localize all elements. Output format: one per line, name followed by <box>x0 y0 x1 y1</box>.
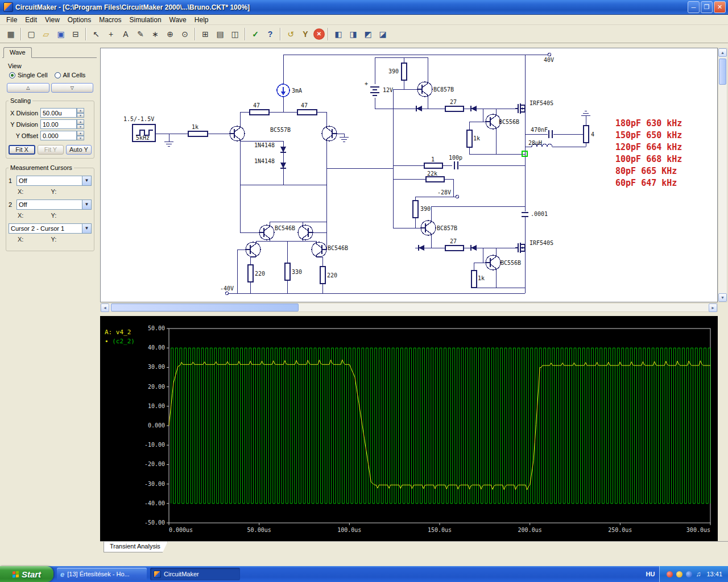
fit-x-button[interactable]: Fit X <box>9 145 35 155</box>
stop-simulation[interactable]: ✕ <box>313 28 325 40</box>
transistor-bc546b-4[interactable] <box>312 242 326 257</box>
wire-tool[interactable]: + <box>104 27 118 40</box>
transistor-bc546b-3[interactable] <box>246 242 260 257</box>
terminal-40v[interactable] <box>548 53 551 56</box>
taskbar-task-circuitmaker[interactable]: CircuitMaker <box>150 568 240 580</box>
menu-options[interactable]: Options <box>64 15 95 24</box>
cell-down-button[interactable]: ▽ <box>51 83 94 93</box>
scope-window-4[interactable]: ◪ <box>376 27 390 40</box>
transistor-bc557b-left[interactable] <box>230 126 245 141</box>
scope-window-3[interactable]: ◩ <box>361 27 375 40</box>
run-simulation[interactable]: ✓ <box>249 27 262 40</box>
cursor1-select[interactable]: Off ▼ <box>16 176 92 186</box>
transistor-bc557b-right[interactable] <box>322 126 337 141</box>
scroll-left-arrow[interactable]: ◄ <box>101 304 109 312</box>
y-offset-input[interactable] <box>40 131 77 140</box>
transistor-bc857b-bottom[interactable] <box>421 221 436 235</box>
menu-help[interactable]: Help <box>191 15 213 24</box>
menu-edit[interactable]: Edit <box>21 15 41 24</box>
tab-wave[interactable]: Wave <box>3 47 32 58</box>
resistor-22k[interactable] <box>426 177 444 182</box>
cursor-diff-select[interactable]: Cursor 2 - Cursor 1 ▼ <box>9 223 92 234</box>
arrow-tool[interactable]: ↖ <box>89 27 103 40</box>
y-offset-spin-down[interactable]: ▼ <box>77 136 84 141</box>
fit-page[interactable]: ⊞ <box>198 27 212 40</box>
scroll-up-arrow[interactable]: ▲ <box>718 48 727 57</box>
diode-top-left[interactable] <box>416 106 422 111</box>
split-view[interactable]: ◫ <box>228 27 242 40</box>
minimize-button[interactable]: ─ <box>688 1 700 13</box>
transistor-bc556b-bottom[interactable] <box>486 255 500 270</box>
chevron-down-icon[interactable]: ▼ <box>82 200 91 209</box>
print[interactable]: ⊟ <box>69 27 82 40</box>
legend-series-b[interactable]: • (c2_2) <box>105 338 135 345</box>
resistor-27-top[interactable] <box>445 106 464 111</box>
x-division-spin-down[interactable]: ▼ <box>77 113 84 118</box>
resistor-220-right[interactable] <box>320 267 325 284</box>
resistor-47-right[interactable] <box>297 110 317 115</box>
probe-y[interactable]: Y <box>299 27 312 40</box>
open-file[interactable]: ▱ <box>39 27 53 40</box>
menu-macros[interactable]: Macros <box>95 15 125 24</box>
y-division-input[interactable] <box>40 119 77 129</box>
horizontal-scrollbar[interactable]: ◄ ► <box>100 303 718 312</box>
diode-1n4148-1[interactable] <box>280 147 286 152</box>
all-cells-radio[interactable] <box>55 72 61 78</box>
y-division-spin-down[interactable]: ▼ <box>77 124 84 130</box>
diode-top-right[interactable] <box>471 106 477 111</box>
diode-1n4148-2[interactable] <box>280 163 286 168</box>
vertical-scrollbar[interactable]: ▲ ▼ <box>718 48 727 302</box>
scope-window-2[interactable]: ◨ <box>346 27 360 40</box>
close-button[interactable]: ✕ <box>714 1 726 13</box>
resistor-4-load[interactable] <box>584 126 589 143</box>
cell-up-button[interactable]: △ <box>7 83 49 93</box>
transistor-bc546b-1[interactable] <box>259 225 274 240</box>
resistor-1k-input[interactable] <box>188 131 208 136</box>
menu-wave[interactable]: Wave <box>166 15 191 24</box>
y-division-spin-up[interactable]: ▲ <box>77 119 84 124</box>
scroll-right-arrow[interactable]: ► <box>709 304 717 312</box>
sheet-view[interactable]: ▤ <box>213 27 227 40</box>
resistor-1-feedback[interactable] <box>424 163 442 168</box>
scope-window-1[interactable]: ◧ <box>332 27 345 40</box>
horizontal-scroll-thumb[interactable] <box>111 304 299 311</box>
text-tool[interactable]: A <box>119 27 133 40</box>
schematic-canvas[interactable]: 40V3mA1.5/-1.5V5kHz1k4747BC557B1N41481N4… <box>100 48 718 302</box>
taskbar-task-notifications[interactable]: e [13] Értesítések - Ho... <box>57 568 147 580</box>
probe-tool[interactable]: ∗ <box>148 27 162 40</box>
menu-view[interactable]: View <box>41 15 64 24</box>
help[interactable]: ? <box>263 27 277 40</box>
delete-tool[interactable]: ✎ <box>134 27 147 40</box>
tray-red-icon[interactable] <box>667 571 673 577</box>
diode-bottom-left[interactable] <box>419 245 424 251</box>
legend-series-a[interactable]: A: v4_2 <box>105 329 131 336</box>
resistor-220-left[interactable] <box>248 265 253 282</box>
chevron-down-icon[interactable]: ▼ <box>82 176 91 185</box>
save-file[interactable]: ▣ <box>54 27 68 40</box>
start-button[interactable]: Start <box>0 566 53 582</box>
transistor-bc546b-2[interactable] <box>298 225 313 240</box>
zoom-in-tool[interactable]: ⊕ <box>163 27 177 40</box>
tab-transient-analysis[interactable]: Transient Analysis <box>104 542 168 552</box>
scroll-down-arrow[interactable]: ▼ <box>718 293 727 302</box>
tray-yellow-icon[interactable] <box>676 571 682 577</box>
capacitor-100p[interactable] <box>453 161 459 170</box>
mosfet-irf540s-bottom[interactable] <box>515 243 525 253</box>
capacitor-470nF[interactable] <box>548 130 553 139</box>
x-division-spin-up[interactable]: ▲ <box>77 108 84 113</box>
capacitor-0001[interactable] <box>522 211 528 217</box>
cursor2-select[interactable]: Off ▼ <box>16 199 92 210</box>
resistor-390-top[interactable] <box>402 63 407 80</box>
parts-browser[interactable]: ▦ <box>4 27 18 40</box>
undo[interactable]: ↺ <box>284 27 297 40</box>
fit-y-button[interactable]: Fit Y <box>38 145 63 155</box>
vertical-scroll-thumb[interactable] <box>719 59 726 85</box>
language-indicator[interactable]: HU <box>646 571 655 577</box>
battery-12V[interactable] <box>370 84 379 98</box>
resistor-47-left[interactable] <box>250 110 269 115</box>
terminal-minus40v[interactable] <box>226 292 229 295</box>
resistor-1k-top[interactable] <box>467 130 472 147</box>
single-cell-radio[interactable] <box>9 72 15 78</box>
restore-button[interactable]: ❐ <box>701 1 713 13</box>
resistor-330[interactable] <box>285 263 290 280</box>
